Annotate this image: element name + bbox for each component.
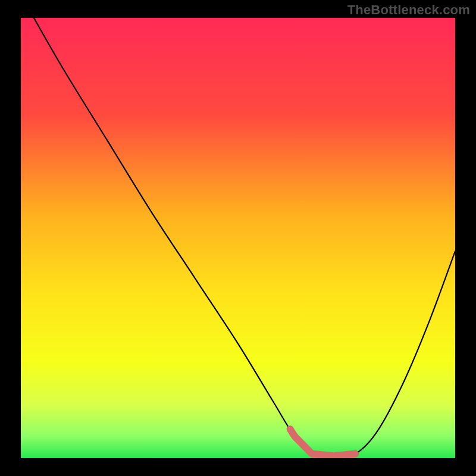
- bottleneck-curve: [34, 18, 455, 456]
- optimal-range-highlight: [290, 429, 355, 456]
- plot-inner: [21, 18, 455, 458]
- curve-svg: [21, 18, 455, 458]
- plot-area: [21, 18, 455, 458]
- chart-frame: TheBottleneck.com: [0, 0, 476, 476]
- watermark-text: TheBottleneck.com: [347, 2, 470, 18]
